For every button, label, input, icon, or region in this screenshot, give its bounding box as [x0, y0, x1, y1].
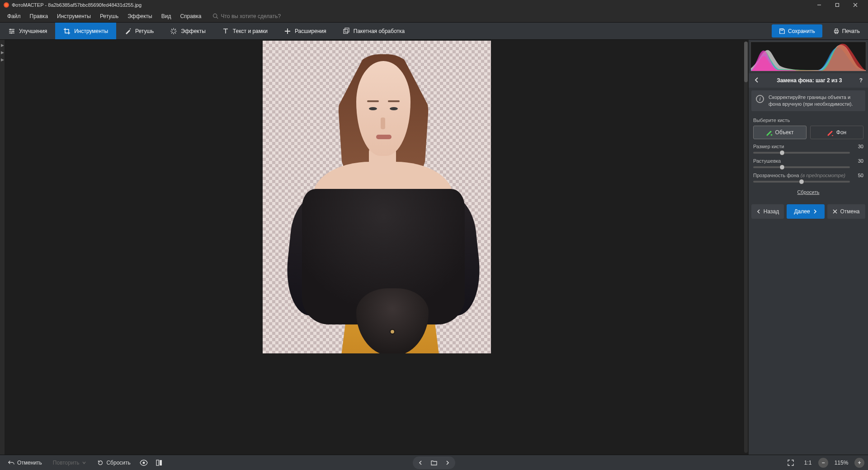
slider-size-thumb[interactable] [779, 150, 785, 155]
menu-view[interactable]: Вид [157, 11, 176, 21]
brush-object-button[interactable]: Объект [753, 126, 807, 139]
panel-reset-link[interactable]: Сбросить [797, 189, 820, 195]
fit-icon [788, 460, 794, 466]
svg-rect-6 [345, 28, 349, 32]
panel-info-box: i Скорректируйте границы объекта и фона … [751, 90, 865, 111]
bottombar: Отменить Повторить Сбросить [0, 455, 868, 470]
reset-button[interactable]: Сбросить [93, 457, 135, 468]
tab-tools[interactable]: Инструменты [55, 23, 116, 39]
chevron-left-icon [756, 209, 761, 214]
slider-opacity-value: 50 [850, 173, 863, 178]
app-logo-icon [4, 2, 9, 8]
print-button[interactable]: Печать [827, 24, 866, 38]
search-icon [212, 13, 218, 19]
zoom-in-button[interactable]: + [854, 458, 864, 468]
panel-back-button[interactable] [752, 75, 761, 86]
open-folder-button[interactable] [427, 457, 441, 468]
fit-screen-button[interactable] [784, 457, 797, 469]
menu-edit[interactable]: Правка [25, 11, 53, 21]
histogram [750, 42, 866, 71]
close-icon [833, 209, 837, 214]
svg-rect-0 [836, 4, 839, 7]
slider-feather-thumb[interactable] [779, 164, 785, 170]
histogram-chart [751, 42, 866, 71]
image-canvas[interactable] [263, 41, 491, 353]
panel-help-button[interactable]: ? [858, 75, 864, 85]
help-search-input[interactable] [221, 13, 311, 19]
canvas-area[interactable] [5, 40, 749, 455]
image-subject [284, 41, 478, 353]
wizard-cancel-label: Отмена [840, 208, 859, 215]
tab-extensions[interactable]: Расширения [276, 23, 335, 39]
redo-button[interactable]: Повторить [48, 457, 91, 468]
chevron-left-icon [418, 461, 423, 465]
left-expander-2[interactable]: ▶ [0, 49, 5, 56]
tab-extensions-label: Расширения [295, 28, 326, 34]
slider-size-track[interactable] [753, 152, 850, 154]
menu-file[interactable]: Файл [3, 11, 25, 21]
plus-icon [284, 28, 291, 35]
menu-retouch[interactable]: Ретушь [95, 11, 123, 21]
crop-icon [63, 28, 71, 35]
save-button[interactable]: Сохранить [772, 24, 822, 38]
window-close-button[interactable] [846, 0, 864, 10]
menu-tools[interactable]: Инструменты [52, 11, 95, 21]
menu-effects[interactable]: Эффекты [123, 11, 157, 21]
info-icon: i [756, 95, 764, 103]
zoom-value: 115% [832, 460, 851, 466]
panel-title: Замена фона: шаг 2 из 3 [761, 77, 858, 84]
brush-background-button[interactable]: Фон [810, 126, 863, 139]
toolbar: Улучшения Инструменты Ретушь Эффекты Тек… [0, 23, 868, 40]
sparkle-icon [170, 28, 177, 35]
svg-rect-10 [835, 32, 837, 33]
tab-batch[interactable]: Пакетная обработка [335, 23, 413, 39]
svg-rect-5 [344, 29, 348, 33]
tab-retouch[interactable]: Ретушь [116, 23, 162, 39]
slider-opacity-track[interactable] [753, 181, 850, 183]
zoom-out-button[interactable]: − [818, 458, 828, 468]
save-label: Сохранить [788, 28, 815, 34]
left-expander-3[interactable]: ▶ [0, 56, 5, 63]
window-maximize-button[interactable] [828, 0, 846, 10]
panel-info-text: Скорректируйте границы объекта и фона вр… [769, 94, 861, 108]
preview-toggle-button[interactable] [137, 457, 151, 469]
left-expander-1[interactable]: ▶ [0, 42, 5, 49]
nav-next-image-button[interactable] [441, 457, 454, 468]
undo-label: Отменить [17, 460, 42, 466]
undo-button[interactable]: Отменить [4, 457, 47, 468]
zoom-ratio-label: 1:1 [804, 460, 812, 466]
slider-opacity-thumb[interactable] [799, 179, 804, 184]
brush-object-icon [766, 130, 772, 135]
nav-prev-image-button[interactable] [414, 457, 427, 468]
file-name: 8a2b6385af57bbc85690fed48431d255.jpg [48, 2, 142, 8]
sliders-icon [8, 28, 15, 35]
svg-point-4 [10, 32, 12, 33]
wizard-back-button[interactable]: Назад [751, 204, 784, 219]
right-panel: Замена фона: шаг 2 из 3 ? i Скорректируй… [749, 40, 868, 455]
reset-icon [97, 460, 104, 466]
svg-point-1 [213, 14, 217, 18]
chevron-right-icon [445, 461, 450, 465]
slider-feather-track[interactable] [753, 166, 850, 168]
chevron-right-icon [813, 209, 817, 214]
wizard-cancel-button[interactable]: Отмена [827, 204, 865, 219]
canvas-scrollbar[interactable] [744, 42, 748, 453]
batch-icon [343, 28, 350, 35]
slider-feather-label: Растушевка [753, 158, 850, 164]
tab-enhance[interactable]: Улучшения [0, 23, 55, 39]
tab-text[interactable]: Текст и рамки [214, 23, 276, 39]
retouch-icon [124, 28, 132, 35]
svg-rect-12 [156, 460, 159, 465]
wizard-next-button[interactable]: Далее [787, 204, 825, 219]
menu-help[interactable]: Справка [175, 11, 206, 21]
compare-toggle-button[interactable] [152, 457, 166, 469]
tab-effects[interactable]: Эффекты [162, 23, 214, 39]
window-minimize-button[interactable] [810, 0, 828, 10]
chevron-left-icon [754, 77, 760, 83]
canvas-scrollbar-thumb[interactable] [744, 42, 748, 82]
tab-retouch-label: Ретушь [135, 28, 154, 34]
svg-rect-13 [160, 460, 162, 465]
zoom-ratio-button[interactable]: 1:1 [801, 457, 815, 469]
chevron-down-icon [82, 461, 86, 465]
menubar: Файл Правка Инструменты Ретушь Эффекты В… [0, 10, 868, 23]
